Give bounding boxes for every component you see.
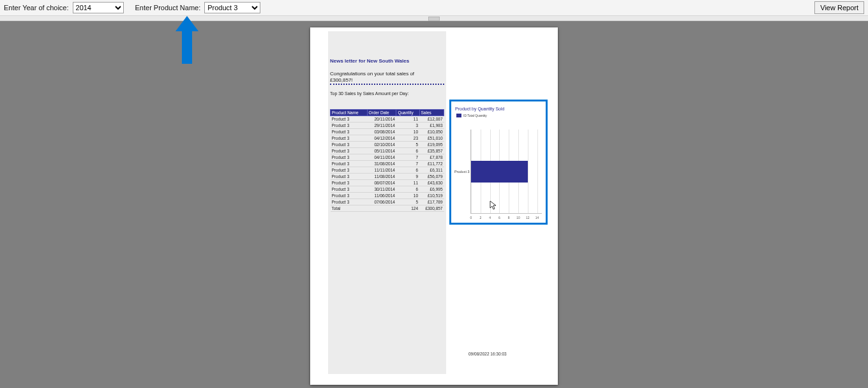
divider-dotted (330, 84, 444, 85)
table-row: Product 303/08/201410£10,050 (331, 129, 444, 135)
report-title: News letter for New South Wales (330, 58, 409, 64)
table-row: Product 305/11/20146£35,857 (331, 148, 444, 154)
year-label: Enter Year of choice: (4, 4, 69, 11)
chart-xtick: 4 (489, 216, 491, 220)
chart-ylabel: Product 3 (454, 170, 470, 174)
chart-xtick: 6 (498, 216, 500, 220)
col-date: Order Date (367, 110, 396, 116)
chart-title: Product by Quantity Sold (455, 107, 546, 111)
sales-table: Product Name Order Date Quantity Sales P… (330, 109, 444, 212)
report-desk: News letter for New South Wales Congratu… (0, 21, 868, 388)
col-sales: Sales (419, 110, 444, 116)
congrats-line1: Congratulations on your total sales of (330, 71, 414, 77)
col-qty: Quantity (396, 110, 419, 116)
chart-xtick: 14 (535, 216, 539, 220)
table-row: Product 331/08/20147£11,772 (331, 161, 444, 167)
table-row: Product 311/11/20146£6,311 (331, 167, 444, 174)
toolbar-strip (0, 16, 868, 21)
congrats-text: Congratulations on your total sales of £… (330, 71, 442, 84)
table-row: Product 304/11/20147£7,878 (331, 154, 444, 161)
table-row: Product 329/11/20143£1,983 (331, 123, 444, 129)
table-row: Product 320/11/201411£12,087 (331, 116, 444, 123)
table-row: Product 330/11/20146£6,995 (331, 186, 444, 193)
table-row: Product 311/06/201410£10,519 (331, 193, 444, 199)
congrats-line2: £300,857! (330, 77, 353, 83)
table-row: Product 304/12/201423£51,010 (331, 135, 444, 142)
view-report-button[interactable]: View Report (814, 1, 864, 14)
parameter-toolbar: Enter Year of choice: 2014 Enter Product… (0, 0, 868, 16)
product-label: Enter Product Name: (135, 4, 201, 11)
chart-legend: ID Total Quantity (456, 114, 546, 117)
chart-xtick: 0 (470, 216, 472, 220)
table-row: Product 307/06/20145£17,789 (331, 199, 444, 205)
table-row: Product 302/10/20145£19,095 (331, 142, 444, 148)
legend-label: ID Total Quantity (463, 114, 487, 117)
table-total-row: Total124£300,857 (331, 205, 444, 212)
chart-plot: Product 3 02468101214 (470, 130, 542, 214)
col-product: Product Name (331, 110, 368, 116)
chart-xtick: 2 (479, 216, 481, 220)
table-row: Product 311/08/20149£56,079 (331, 174, 444, 180)
footer-timestamp: 09/08/2022 16:30:03 (468, 352, 507, 356)
chart-xtick: 10 (516, 216, 520, 220)
year-select[interactable]: 2014 (73, 2, 124, 13)
chart-card: Product by Quantity Sold ID Total Quanti… (449, 100, 548, 225)
chart-xtick: 8 (508, 216, 510, 220)
chart-xtick: 12 (526, 216, 530, 220)
top30-heading: Top 30 Sales by Sales Amount per Day: (330, 91, 408, 96)
chart-bar (471, 161, 528, 183)
chart-gridline (537, 130, 538, 213)
legend-swatch (456, 114, 461, 117)
table-row: Product 308/07/201411£43,630 (331, 180, 444, 186)
chart-gridline (528, 130, 528, 213)
product-select[interactable]: Product 3 (204, 2, 260, 13)
report-page: News letter for New South Wales Congratu… (310, 27, 558, 385)
